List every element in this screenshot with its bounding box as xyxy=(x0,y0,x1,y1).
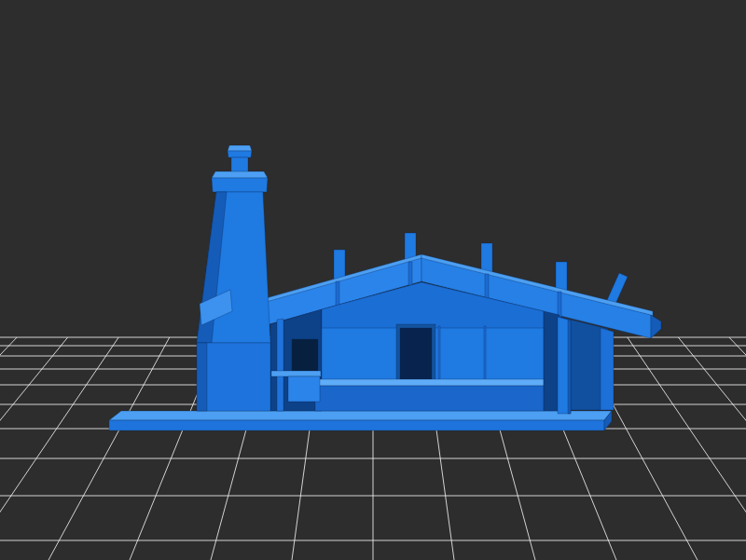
utility-opening xyxy=(292,339,318,372)
porch-floor xyxy=(315,379,544,386)
porch-recess-right xyxy=(544,311,560,411)
wall-seam-2 xyxy=(484,326,486,380)
fascia-seam-3 xyxy=(485,274,489,298)
viewport-3d[interactable] xyxy=(0,0,746,560)
bench-front xyxy=(288,376,320,402)
fascia-seam-2 xyxy=(408,262,412,285)
bench-top xyxy=(271,371,321,376)
chimney-crown-front xyxy=(212,178,268,192)
wall-seam-1 xyxy=(438,326,440,380)
plate-top xyxy=(109,411,612,420)
post-far-right xyxy=(601,328,614,410)
chimney-cap-top xyxy=(228,145,252,151)
chimney-crown-top xyxy=(212,171,268,178)
foundation xyxy=(315,386,544,411)
chimney-base-left xyxy=(197,343,207,411)
fascia-seam-4 xyxy=(558,292,561,317)
post-front-right-side xyxy=(568,321,571,414)
post-left-thin xyxy=(277,319,283,411)
viewer-window xyxy=(0,0,746,560)
door-panel xyxy=(400,328,432,380)
plate-front xyxy=(109,420,604,430)
chimney-cap-front xyxy=(228,151,252,157)
chimney-base xyxy=(197,343,270,411)
fascia-seam-1 xyxy=(336,281,339,307)
